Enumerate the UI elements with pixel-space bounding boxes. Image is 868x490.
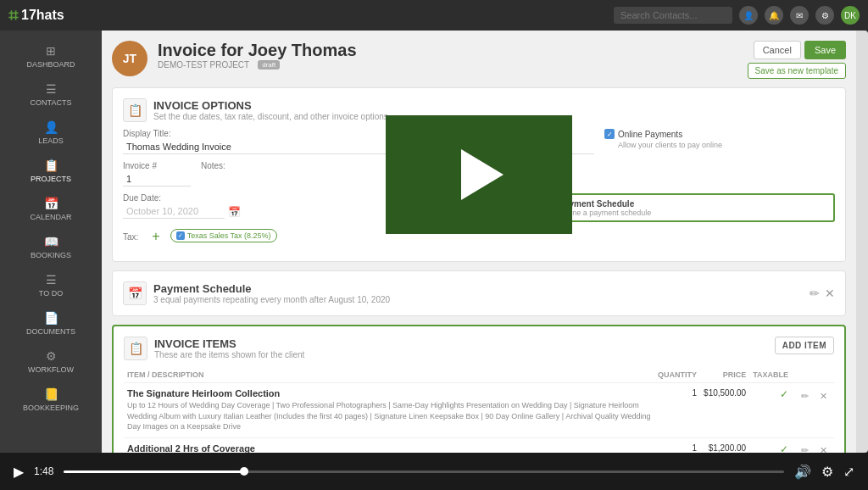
tax-checkbox[interactable]: ✓ <box>176 231 185 240</box>
sidebar-item-bookkeeping[interactable]: 📒 BOOKKEEPING <box>0 381 102 419</box>
item-2-desc: Additional 2 Hrs of Coverage Up to 2 add… <box>124 437 654 453</box>
sidebar-item-leads[interactable]: 👤 LEADS <box>0 114 102 152</box>
envelope-icon[interactable]: ✉ <box>790 6 809 25</box>
payment-schedule-checkbox-row: ✓ Payment Schedule <box>545 198 828 209</box>
content-area: ⊞ DASHBOARD ☰ CONTACTS 👤 LEADS 📋 PROJECT… <box>0 31 868 453</box>
options-icon: 📋 <box>123 98 147 122</box>
video-progress-dot <box>240 467 248 476</box>
video-progress-fill <box>64 471 243 473</box>
tax-add-button[interactable]: + <box>152 229 159 244</box>
todo-icon: ☰ <box>46 273 57 287</box>
video-overlay[interactable] <box>386 115 572 234</box>
item-1-actions: ✏ ✕ <box>792 383 834 438</box>
bell-icon[interactable]: 🔔 <box>765 6 783 25</box>
edit-item-2-button[interactable]: ✏ <box>797 443 812 453</box>
item-2-actions: ✏ ✕ <box>792 437 834 453</box>
sidebar-label-contacts: CONTACTS <box>31 98 72 107</box>
item-1-qty: 1 <box>654 383 700 438</box>
user-avatar-icon[interactable]: DK <box>841 6 860 25</box>
options-title: INVOICE OPTIONS <box>153 99 388 112</box>
sidebar-item-projects[interactable]: 📋 PROJECTS <box>0 152 102 190</box>
col-price: PRICE <box>700 367 749 383</box>
invoice-title-area: Invoice for Joey Thomas DEMO-TEST PROJEC… <box>158 41 357 70</box>
tax-badge[interactable]: ✓ Texas Sales Tax (8.25%) <box>170 229 277 242</box>
invoice-num-input[interactable] <box>123 172 191 187</box>
video-progress-bar[interactable] <box>64 471 784 473</box>
sidebar-item-calendar[interactable]: 📅 CALENDAR <box>0 190 102 228</box>
cog-icon[interactable]: ⚙ <box>815 6 834 25</box>
sidebar: ⊞ DASHBOARD ☰ CONTACTS 👤 LEADS 📋 PROJECT… <box>0 31 102 453</box>
sidebar-item-todo[interactable]: ☰ TO DO <box>0 266 102 304</box>
edit-item-1-button[interactable]: ✏ <box>797 388 812 404</box>
item-2-price: $1,200.00 <box>700 437 749 453</box>
due-date-row: 📅 <box>123 204 320 219</box>
payment-schedule-highlight: ✓ Payment Schedule Define a payment sche… <box>538 193 835 222</box>
page-title: Invoice for Joey Thomas <box>158 41 357 60</box>
sidebar-item-workflow[interactable]: ⚙ WORKFLOW <box>0 342 102 381</box>
item-1-price: $10,500.00 <box>700 383 749 438</box>
item-2-qty: 1 <box>654 437 700 453</box>
top-nav-right: 👤 🔔 ✉ ⚙ DK <box>614 6 860 25</box>
invoice-options-section: 📋 INVOICE OPTIONS Set the due dates, tax… <box>112 87 846 262</box>
ps-delete-icon[interactable]: ✕ <box>825 287 835 300</box>
ps-actions: ✏ ✕ <box>810 287 835 300</box>
draft-badge: draft <box>258 60 280 70</box>
invoice-num-group: Invoice # <box>123 161 191 187</box>
items-header: 📋 INVOICE ITEMS These are the items show… <box>124 337 834 360</box>
ps-text: Payment Schedule 3 equal payments repeat… <box>153 282 390 304</box>
volume-icon[interactable]: 🔊 <box>794 464 811 480</box>
video-bar: ▶ 1:48 🔊 ⚙ ⤢ <box>0 453 868 490</box>
online-payments-checkbox[interactable]: ✓ <box>604 129 615 139</box>
delete-item-2-button[interactable]: ✕ <box>815 443 831 453</box>
settings-icon[interactable]: ⚙ <box>821 464 833 480</box>
ps-edit-icon[interactable]: ✏ <box>810 287 820 300</box>
projects-icon: 📋 <box>44 159 58 172</box>
display-title-input[interactable] <box>123 140 431 154</box>
item-2-taxable: ✓ <box>749 437 792 453</box>
item-1-desc: The Signature Heirloom Collection Up to … <box>124 383 654 438</box>
project-name: DEMO-TEST PROJECT <box>158 60 249 70</box>
options-subtitle: Set the due dates, tax rate, discount, a… <box>153 112 388 121</box>
calendar-icon-due[interactable]: 📅 <box>228 206 241 218</box>
items-title: INVOICE ITEMS <box>154 337 304 350</box>
cancel-button[interactable]: Cancel <box>754 41 801 59</box>
person-icon[interactable]: 👤 <box>739 6 758 25</box>
delete-item-1-button[interactable]: ✕ <box>815 388 831 404</box>
table-row: Additional 2 Hrs of Coverage Up to 2 add… <box>124 437 834 453</box>
sidebar-label-documents: DOCUMENTS <box>26 327 75 336</box>
sidebar-label-projects: PROJECTS <box>31 175 71 183</box>
item-1-taxable: ✓ <box>749 383 792 438</box>
checkmark-icon: ✓ <box>780 388 788 400</box>
top-nav: ⌗ 17hats 👤 🔔 ✉ ⚙ DK <box>0 0 868 31</box>
col-quantity: QUANTITY <box>654 367 700 383</box>
dashboard-icon: ⊞ <box>46 44 56 58</box>
save-template-button[interactable]: Save as new template <box>748 63 846 79</box>
fullscreen-icon[interactable]: ⤢ <box>843 464 854 480</box>
calendar-icon: 📅 <box>44 197 58 210</box>
sidebar-item-bookings[interactable]: 📖 BOOKINGS <box>0 228 102 266</box>
online-payments-label: Online Payments <box>618 130 682 139</box>
sidebar-item-dashboard[interactable]: ⊞ DASHBOARD <box>0 37 102 75</box>
sidebar-label-workflow: WORKFLOW <box>28 365 74 374</box>
workflow-icon: ⚙ <box>46 349 57 363</box>
col-taxable: TAXABLE <box>749 367 792 383</box>
sidebar-item-documents[interactable]: 📄 DOCUMENTS <box>0 304 102 342</box>
invoice-num-label: Invoice # <box>123 161 191 170</box>
ps-info: 📅 Payment Schedule 3 equal payments repe… <box>123 281 390 305</box>
play-button-large[interactable] <box>461 149 504 200</box>
play-button[interactable]: ▶ <box>14 464 24 480</box>
save-button[interactable]: Save <box>804 41 846 59</box>
documents-icon: 📄 <box>44 311 58 325</box>
main-content: JT Invoice for Joey Thomas DEMO-TEST PRO… <box>102 31 856 453</box>
bookings-icon: 📖 <box>44 235 58 248</box>
add-item-button[interactable]: ADD ITEM <box>775 337 834 354</box>
online-payments-checkbox-row: ✓ Online Payments <box>604 129 835 139</box>
logo-text: 17hats <box>21 8 64 23</box>
due-date-input[interactable] <box>123 204 225 219</box>
sidebar-item-contacts[interactable]: ☰ CONTACTS <box>0 75 102 114</box>
search-input[interactable] <box>614 7 732 24</box>
scroll-bar[interactable] <box>856 31 868 453</box>
tax-badge-label: Texas Sales Tax (8.25%) <box>187 231 271 240</box>
display-title-label: Display Title: <box>123 129 431 138</box>
tax-label: Tax: <box>123 232 138 242</box>
